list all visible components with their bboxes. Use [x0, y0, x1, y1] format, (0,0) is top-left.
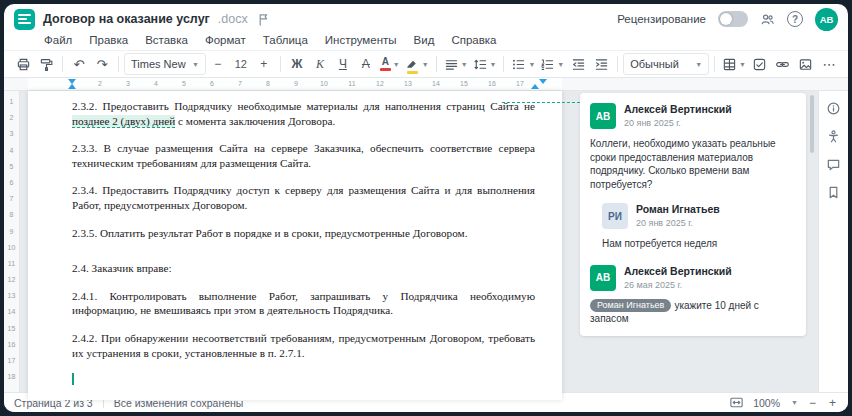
align-button[interactable]: ▼: [442, 53, 470, 75]
format-painter-button[interactable]: [35, 53, 57, 75]
insert-link-button[interactable]: [772, 53, 794, 75]
comment-anchor-text[interactable]: позднее 2 (двух) дней: [72, 115, 175, 128]
comment-avatar: АВ: [590, 103, 616, 129]
link-icon: [775, 57, 790, 72]
outdent-icon: [571, 57, 586, 72]
bold-button[interactable]: Ж: [286, 53, 308, 75]
bullet-list-button[interactable]: ▼: [509, 53, 537, 75]
checkbox-icon: [752, 57, 767, 72]
indent-icon: [594, 57, 609, 72]
insert-image-button[interactable]: [795, 53, 817, 75]
right-indent-marker[interactable]: [531, 84, 539, 89]
left-indent-marker[interactable]: [68, 84, 76, 89]
toolbar-separator: [617, 56, 618, 72]
font-size-decrease-button[interactable]: −: [207, 53, 229, 75]
paragraph[interactable]: 2.4.2. При обнаружении несоответствий тр…: [72, 331, 535, 360]
paragraph-style-select[interactable]: Обычный▼: [623, 53, 709, 75]
line-spacing-button[interactable]: ▼: [471, 53, 499, 75]
accessibility-button[interactable]: [826, 129, 841, 144]
help-icon[interactable]: ?: [787, 11, 803, 27]
underline-button[interactable]: Ч: [332, 53, 354, 75]
bookmark-icon: [826, 185, 841, 200]
toolbar: ↶ ↷ Times New▼ − 12 + Ж К Ч А А▼ ▼ ▼ ▼: [4, 50, 848, 78]
document-page[interactable]: 2.3.2. Предоставить Подрядчику необходим…: [28, 91, 562, 400]
toolbar-separator: [118, 56, 119, 72]
undo-button[interactable]: ↶: [68, 53, 90, 75]
font-family-select[interactable]: Times New▼: [124, 53, 206, 75]
chevron-down-icon: ▼: [739, 61, 746, 68]
outdent-button[interactable]: [567, 53, 589, 75]
insert-checkbox-button[interactable]: [749, 53, 771, 75]
zoom-value[interactable]: 100%: [753, 397, 780, 409]
zoom-in-button[interactable]: +: [827, 397, 838, 409]
indent-button[interactable]: [590, 53, 612, 75]
menu-item-insert[interactable]: Вставка: [145, 34, 188, 46]
comment-header: АВ Алексей Вертинский 20 янв 2025 г.: [590, 103, 796, 129]
tab-stop-marker[interactable]: [539, 79, 547, 84]
chevron-down-icon: ▼: [422, 61, 429, 68]
comment-avatar: АВ: [590, 265, 616, 291]
menu-item-tools[interactable]: Инструменты: [325, 34, 397, 46]
collaborators-icon[interactable]: [760, 12, 775, 27]
chevron-down-icon: ▼: [192, 61, 199, 68]
chevron-down-icon: ▼: [490, 61, 497, 68]
strikethrough-button[interactable]: А: [355, 53, 377, 75]
paragraph[interactable]: 2.4.1. Контролировать выполнение Работ, …: [72, 289, 535, 318]
comment-text: Роман Игнатьевукажите 10 дней с запасом: [590, 299, 796, 326]
menu-item-edit[interactable]: Правка: [89, 34, 128, 46]
menu-item-table[interactable]: Таблица: [263, 34, 308, 46]
flag-icon[interactable]: [256, 12, 271, 27]
bookmarks-button[interactable]: [826, 185, 841, 200]
image-icon: [798, 57, 813, 72]
comments-button[interactable]: [826, 157, 841, 172]
italic-button[interactable]: К: [309, 53, 331, 75]
menu-item-help[interactable]: Справка: [451, 34, 496, 46]
font-size-increase-button[interactable]: +: [253, 53, 275, 75]
user-avatar[interactable]: АВ: [815, 8, 838, 31]
comments-panel: АВ Алексей Вертинский 20 янв 2025 г. Кол…: [574, 91, 818, 392]
info-icon: [826, 101, 841, 116]
review-toggle[interactable]: [718, 11, 748, 27]
v-ruler-numbers: 123456789101112131415161718: [4, 98, 19, 389]
highlight-color-bar: [407, 71, 418, 74]
highlight-color-button[interactable]: ▼: [403, 53, 431, 75]
comment-date: 20 янв 2025 г.: [636, 218, 720, 228]
menu-item-file[interactable]: Файл: [44, 34, 72, 46]
comment[interactable]: АВ Алексей Вертинский 20 янв 2025 г. Кол…: [590, 103, 796, 191]
fit-width-icon: [729, 395, 744, 410]
line-spacing-icon: [473, 57, 488, 72]
paragraph[interactable]: 2.3.3. В случае размещения Сайта на серв…: [72, 141, 535, 170]
comment-header: АВ Алексей Вертинский 26 мая 2025 г.: [590, 265, 796, 291]
zoom-out-button[interactable]: −: [807, 397, 818, 409]
comments-scrollbar[interactable]: [810, 95, 814, 153]
right-sidebar-rail: [818, 91, 848, 392]
numbered-list-button[interactable]: ▼: [538, 53, 566, 75]
fit-width-button[interactable]: [729, 395, 744, 410]
menu-item-view[interactable]: Вид: [414, 34, 435, 46]
document-title: Договор на оказание услуг: [43, 12, 210, 26]
comment-reply[interactable]: РИ Роман Игнатьев 20 янв 2025 г. Нам пот…: [590, 203, 796, 251]
toggle-knob: [720, 13, 732, 25]
info-button[interactable]: [826, 101, 841, 116]
comment-author: Роман Игнатьев: [636, 203, 720, 215]
menubar: Файл Правка Вставка Формат Таблица Инстр…: [4, 30, 848, 50]
text-cursor: [72, 373, 74, 385]
font-size-value[interactable]: 12: [230, 53, 252, 75]
font-color-button[interactable]: А▼: [378, 53, 402, 75]
paragraph[interactable]: 2.3.5. Оплатить результат Работ в порядк…: [72, 226, 535, 241]
menu-item-format[interactable]: Формат: [205, 34, 246, 46]
paragraph[interactable]: 2.3.4. Предоставить Подрядчику доступ к …: [72, 183, 535, 212]
mention-chip[interactable]: Роман Игнатьев: [590, 299, 671, 312]
insert-table-button[interactable]: ▼: [720, 53, 748, 75]
redo-button[interactable]: ↷: [91, 53, 113, 75]
app-logo[interactable]: [14, 9, 35, 30]
toolbar-more-button[interactable]: ⋯: [818, 53, 840, 75]
paragraph[interactable]: 2.3.2. Предоставить Подрядчику необходим…: [72, 99, 535, 128]
paragraph[interactable]: 2.4. Заказчик вправе:: [72, 261, 535, 276]
paragraph[interactable]: [72, 373, 535, 387]
titlebar-right: Рецензирование ? АВ: [617, 8, 838, 31]
print-button[interactable]: [12, 53, 34, 75]
accessibility-icon: [826, 129, 841, 144]
comment[interactable]: АВ Алексей Вертинский 26 мая 2025 г. Ром…: [590, 265, 796, 326]
comment-thread-card[interactable]: АВ Алексей Вертинский 20 янв 2025 г. Кол…: [580, 93, 806, 336]
